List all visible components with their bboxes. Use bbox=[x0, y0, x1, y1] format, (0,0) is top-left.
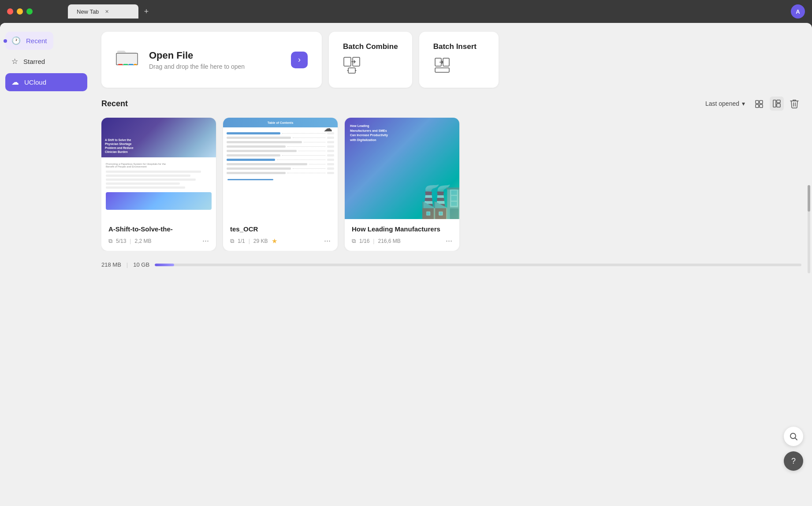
svg-rect-11 bbox=[756, 100, 759, 104]
new-tab-button[interactable]: + bbox=[140, 5, 153, 18]
file-info-2: How Leading Manufacturers ⧉ 1/16 | 216,6… bbox=[345, 219, 459, 251]
help-floating-button[interactable]: ? bbox=[784, 451, 803, 471]
file-pages-2: 1/16 bbox=[359, 238, 369, 244]
svg-rect-1 bbox=[123, 64, 128, 65]
open-file-arrow-button[interactable]: › bbox=[291, 52, 308, 68]
copy-icon-2: ⧉ bbox=[352, 238, 356, 245]
scrollbar-track[interactable] bbox=[808, 185, 810, 273]
sidebar-item-ucloud[interactable]: ☁ UCloud bbox=[5, 73, 87, 91]
sort-arrow-icon: ▾ bbox=[742, 100, 745, 107]
sidebar-item-label-ucloud: UCloud bbox=[24, 78, 46, 86]
fullscreen-button[interactable] bbox=[26, 8, 33, 15]
batch-insert-icon bbox=[433, 56, 451, 77]
file-card-1[interactable]: ☁ Table of Contents bbox=[223, 118, 338, 251]
star-icon: ☆ bbox=[11, 57, 18, 66]
file-grid: A Shift to Solve thePhysician ShortagePr… bbox=[101, 118, 801, 251]
sidebar-indicator bbox=[4, 39, 7, 43]
top-cards: Open File Drag and drop the file here to… bbox=[101, 32, 801, 88]
file-card-0[interactable]: A Shift to Solve thePhysician ShortagePr… bbox=[101, 118, 216, 251]
storage-progress-bar bbox=[155, 264, 801, 266]
svg-rect-8 bbox=[443, 58, 449, 66]
cloud-badge-1: ☁ bbox=[324, 123, 332, 134]
svg-rect-14 bbox=[760, 104, 763, 108]
svg-rect-17 bbox=[777, 104, 780, 107]
recent-section-title: Recent bbox=[101, 99, 698, 108]
batch-combine-card[interactable]: Batch Combine bbox=[329, 32, 412, 88]
storage-total: 10 GB bbox=[133, 261, 149, 268]
list-view-button[interactable] bbox=[752, 97, 766, 111]
file-name-2: How Leading Manufacturers bbox=[352, 225, 452, 233]
svg-rect-12 bbox=[760, 100, 763, 104]
sidebar-recent-wrapper: 🕐 Recent bbox=[5, 32, 87, 50]
content-area: Open File Drag and drop the file here to… bbox=[93, 23, 812, 506]
titlebar: New Tab ✕ + A bbox=[0, 0, 812, 23]
delete-button[interactable] bbox=[787, 97, 801, 111]
file-more-button-0[interactable]: ··· bbox=[202, 236, 209, 246]
svg-rect-10 bbox=[435, 68, 449, 72]
tab-bar: New Tab ✕ + bbox=[68, 4, 153, 19]
file-thumbnail-2: ☁ How LeadingManufacturers and SMEsCan I… bbox=[345, 118, 459, 219]
svg-point-18 bbox=[790, 433, 796, 439]
copy-icon-1: ⧉ bbox=[230, 238, 234, 245]
sidebar-item-recent[interactable]: 🕐 Recent bbox=[5, 32, 53, 50]
sidebar-item-starred[interactable]: ☆ Starred bbox=[5, 52, 87, 71]
file-more-button-1[interactable]: ··· bbox=[324, 236, 331, 246]
open-file-text: Open File Drag and drop the file here to… bbox=[149, 50, 245, 70]
file-more-button-2[interactable]: ··· bbox=[446, 236, 452, 246]
sidebar-item-label-starred: Starred bbox=[23, 58, 45, 65]
file-info-0: A-Shift-to-Solve-the- ⧉ 5/13 | 2,2 MB ··… bbox=[101, 219, 216, 251]
open-file-card[interactable]: Open File Drag and drop the file here to… bbox=[101, 32, 322, 88]
recent-section: Recent Last opened ▾ bbox=[101, 97, 801, 497]
sort-label: Last opened bbox=[705, 100, 739, 107]
svg-rect-0 bbox=[118, 64, 123, 65]
open-file-title: Open File bbox=[149, 50, 245, 61]
grid-view-button[interactable] bbox=[770, 97, 784, 111]
file-info-1: tes_OCR ⧉ 1/1 | 29 KB ★ ··· bbox=[223, 219, 338, 251]
file-size-0: 2,2 MB bbox=[134, 238, 151, 244]
view-icons bbox=[752, 97, 801, 111]
file-size-2: 216,6 MB bbox=[378, 238, 400, 244]
avatar[interactable]: A bbox=[791, 4, 805, 19]
open-file-subtitle: Drag and drop the file here to open bbox=[149, 63, 245, 70]
sort-dropdown[interactable]: Last opened ▾ bbox=[705, 100, 745, 107]
tab-label: New Tab bbox=[77, 8, 99, 15]
svg-rect-2 bbox=[129, 64, 133, 65]
file-card-2[interactable]: ☁ How LeadingManufacturers and SMEsCan I… bbox=[345, 118, 459, 251]
cloud-icon: ☁ bbox=[11, 78, 19, 87]
star-icon-1[interactable]: ★ bbox=[272, 237, 277, 245]
floating-buttons: ? bbox=[784, 427, 803, 471]
sidebar-item-label-recent: Recent bbox=[26, 37, 47, 45]
recent-icon: 🕐 bbox=[11, 36, 21, 45]
file-thumbnail-1: ☁ Table of Contents bbox=[223, 118, 338, 219]
svg-rect-3 bbox=[134, 64, 137, 65]
minimize-button[interactable] bbox=[17, 8, 23, 15]
help-label: ? bbox=[791, 457, 796, 466]
svg-rect-6 bbox=[348, 68, 355, 73]
scrollbar-thumb[interactable] bbox=[808, 185, 810, 212]
file-thumbnail-0: A Shift to Solve thePhysician ShortagePr… bbox=[101, 118, 216, 219]
file-meta-1: ⧉ 1/1 | 29 KB ★ ··· bbox=[230, 236, 331, 246]
svg-rect-16 bbox=[777, 100, 780, 103]
batch-combine-icon bbox=[343, 56, 361, 77]
storage-bar-fill bbox=[155, 264, 174, 266]
open-file-folder-icon bbox=[115, 47, 138, 73]
active-tab[interactable]: New Tab ✕ bbox=[68, 4, 138, 19]
copy-icon-0: ⧉ bbox=[108, 238, 112, 245]
svg-rect-15 bbox=[773, 100, 776, 107]
sidebar: 🕐 Recent ☆ Starred ☁ UCloud bbox=[0, 23, 93, 506]
storage-bar-container: 218 MB | 10 GB bbox=[101, 258, 801, 272]
batch-combine-title: Batch Combine bbox=[343, 42, 398, 51]
svg-rect-4 bbox=[344, 57, 351, 66]
traffic-lights bbox=[7, 8, 33, 15]
search-floating-button[interactable] bbox=[784, 427, 803, 446]
file-meta-0: ⧉ 5/13 | 2,2 MB ··· bbox=[108, 236, 209, 246]
file-size-1: 29 KB bbox=[253, 238, 268, 244]
close-button[interactable] bbox=[7, 8, 13, 15]
storage-used: 218 MB bbox=[101, 261, 121, 268]
file-name-1: tes_OCR bbox=[230, 225, 331, 233]
main-area: 🕐 Recent ☆ Starred ☁ UCloud bbox=[0, 23, 812, 506]
batch-insert-title: Batch Insert bbox=[433, 42, 477, 51]
tab-close-button[interactable]: ✕ bbox=[103, 8, 110, 15]
file-pages-1: 1/1 bbox=[238, 238, 245, 244]
batch-insert-card[interactable]: Batch Insert bbox=[419, 32, 499, 88]
